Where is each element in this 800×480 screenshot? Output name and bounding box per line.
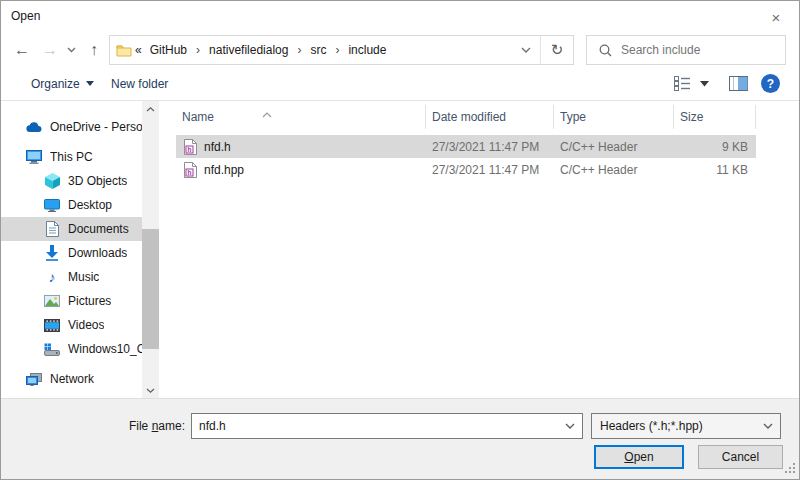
sidebar-item-onedrive[interactable]: OneDrive - Person — [1, 115, 142, 139]
help-button[interactable]: ? — [761, 67, 780, 100]
sidebar-item-label: 3D Objects — [68, 174, 127, 188]
column-header-name[interactable]: Name — [176, 105, 426, 129]
sidebar-item-label: Documents — [68, 222, 129, 236]
column-header-date-modified[interactable]: Date modified — [426, 105, 554, 129]
type-cell: C/C++ Header — [554, 163, 674, 177]
file-name-input[interactable] — [192, 419, 558, 433]
desktop-icon — [44, 197, 60, 213]
file-type-combobox[interactable]: Headers (*.h;*.hpp) — [591, 413, 781, 439]
search-box[interactable] — [586, 35, 786, 65]
file-name-combobox[interactable] — [191, 413, 583, 439]
sidebar-item-desktop[interactable]: Desktop — [1, 193, 142, 217]
back-icon: ← — [14, 41, 30, 59]
search-icon — [599, 44, 612, 57]
pictures-icon — [44, 293, 60, 309]
organize-button[interactable]: Organize — [31, 67, 94, 100]
table-row[interactable]: h nfd.hpp 27/3/2021 11:47 PM C/C++ Heade… — [176, 158, 756, 181]
documents-icon — [44, 221, 60, 237]
file-list: Name Date modified Type Size h — [176, 101, 791, 398]
help-icon: ? — [761, 74, 780, 93]
sidebar-item-label: Pictures — [68, 294, 111, 308]
refresh-icon: ↻ — [551, 41, 564, 59]
dropdown-arrow-icon — [86, 81, 94, 86]
file-name-label: File name: — [1, 413, 185, 439]
sidebar-item-music[interactable]: ♪ Music — [1, 265, 142, 289]
column-header-type[interactable]: Type — [554, 105, 674, 129]
breadcrumb-separator-icon[interactable]: › — [331, 43, 343, 57]
sidebar-item-label: Network — [50, 372, 94, 386]
main-area: OneDrive - Person This PC 3D Objects — [1, 101, 799, 398]
computer-icon — [26, 149, 42, 165]
sidebar-item-downloads[interactable]: Downloads — [1, 241, 142, 265]
column-header-size[interactable]: Size — [674, 105, 756, 129]
drive-icon — [44, 341, 60, 357]
resize-grip[interactable] — [785, 463, 796, 477]
forward-button[interactable]: → — [37, 33, 63, 67]
size-cell: 9 KB — [674, 140, 756, 154]
sidebar-item-label: Windows10_OS ( — [68, 342, 142, 356]
cancel-button[interactable]: Cancel — [698, 445, 783, 469]
chevron-down-icon — [67, 47, 76, 53]
sidebar-item-this-pc[interactable]: This PC — [1, 145, 142, 169]
breadcrumb-item-src[interactable]: src — [305, 43, 331, 57]
type-cell: C/C++ Header — [554, 140, 674, 154]
scrollbar-thumb[interactable] — [142, 229, 159, 349]
network-icon — [26, 371, 42, 387]
breadcrumb-item-github[interactable]: GitHub — [145, 43, 192, 57]
file-name-cell: h nfd.h — [176, 139, 426, 155]
sidebar-scrollbar[interactable] — [142, 101, 159, 398]
search-input[interactable] — [621, 43, 785, 57]
organize-label: Organize — [31, 77, 80, 91]
sidebar-item-label: Videos — [68, 318, 104, 332]
header-file-icon: h — [184, 162, 197, 178]
up-button[interactable]: ↑ — [81, 33, 107, 67]
svg-text:h: h — [188, 168, 192, 175]
table-row[interactable]: h nfd.h 27/3/2021 11:47 PM C/C++ Header … — [176, 135, 756, 158]
date-modified-cell: 27/3/2021 11:47 PM — [426, 163, 554, 177]
preview-pane-button[interactable] — [729, 67, 748, 100]
command-toolbar: Organize New folder ? — [1, 67, 799, 101]
close-icon: × — [772, 9, 781, 26]
sidebar-item-3d-objects[interactable]: 3D Objects — [1, 169, 142, 193]
date-modified-cell: 27/3/2021 11:47 PM — [426, 140, 554, 154]
music-icon: ♪ — [44, 269, 60, 285]
sidebar-item-label: Desktop — [68, 198, 112, 212]
breadcrumb-separator-icon[interactable]: › — [293, 43, 305, 57]
new-folder-label: New folder — [111, 77, 168, 91]
sidebar-item-network[interactable]: Network — [1, 367, 142, 391]
videos-icon — [44, 317, 60, 333]
file-type-value: Headers (*.h;*.hpp) — [592, 419, 756, 433]
sidebar-item-label: Downloads — [68, 246, 127, 260]
sidebar-item-windows10-os[interactable]: Windows10_OS ( — [1, 337, 142, 361]
new-folder-button[interactable]: New folder — [111, 67, 168, 100]
chevron-down-icon[interactable] — [756, 414, 780, 438]
close-button[interactable]: × — [763, 7, 789, 27]
footer-panel: File name: Headers (*.h;*.hpp) Open Canc… — [1, 398, 799, 480]
scrollbar-down-icon[interactable] — [142, 382, 159, 398]
breadcrumb-collapse[interactable]: « — [132, 43, 145, 57]
address-bar[interactable]: « GitHub › nativefiledialog › src › incl… — [109, 35, 574, 65]
chevron-down-icon[interactable] — [558, 414, 582, 438]
recent-locations-button[interactable] — [63, 33, 79, 67]
sidebar-item-label: OneDrive - Person — [50, 120, 142, 134]
sidebar-item-pictures[interactable]: Pictures — [1, 289, 142, 313]
sort-ascending-icon — [262, 102, 272, 126]
sidebar-item-label: This PC — [50, 150, 93, 164]
navigation-bar: ← → ↑ « GitHub › nativefiledialog › src … — [1, 33, 799, 67]
details-view-icon — [674, 76, 692, 91]
scrollbar-up-icon[interactable] — [142, 101, 159, 117]
3d-objects-icon — [44, 173, 60, 189]
breadcrumb-item-nativefiledialog[interactable]: nativefiledialog — [204, 43, 293, 57]
downloads-icon — [44, 245, 60, 261]
back-button[interactable]: ← — [9, 33, 35, 67]
address-dropdown-button[interactable] — [512, 36, 540, 64]
breadcrumb-item-include[interactable]: include — [343, 43, 391, 57]
open-button[interactable]: Open — [594, 445, 684, 469]
sidebar-item-videos[interactable]: Videos — [1, 313, 142, 337]
refresh-button[interactable]: ↻ — [541, 36, 573, 64]
breadcrumb-separator-icon[interactable]: › — [192, 43, 204, 57]
sidebar-item-documents[interactable]: Documents — [1, 217, 142, 241]
navigation-pane: OneDrive - Person This PC 3D Objects — [1, 101, 159, 398]
svg-text:h: h — [188, 145, 192, 152]
change-view-button[interactable] — [674, 67, 709, 100]
